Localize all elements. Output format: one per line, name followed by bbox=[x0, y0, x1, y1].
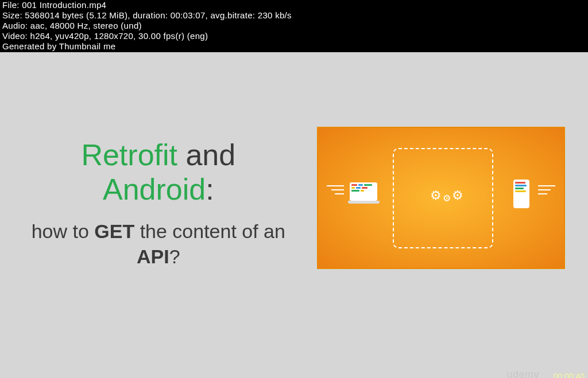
phone-icon bbox=[513, 180, 529, 208]
slide-content: Retrofit and Android: how to GET the con… bbox=[0, 133, 588, 269]
subtitle-part3: ? bbox=[169, 245, 180, 267]
metadata-audio: Audio: aac, 48000 Hz, stereo (und) bbox=[2, 21, 586, 31]
slide-title-line1: Retrofit and bbox=[23, 138, 294, 173]
metadata-size: Size: 5368014 bytes (5.12 MiB), duration… bbox=[2, 10, 586, 21]
subtitle-api: API bbox=[137, 245, 169, 267]
metadata-video: Video: h264, yuv420p, 1280x720, 30.00 fp… bbox=[2, 31, 586, 41]
subtitle-part1: how to bbox=[32, 220, 95, 242]
slide-text-block: Retrofit and Android: how to GET the con… bbox=[23, 133, 294, 269]
subtitle-get: GET bbox=[94, 220, 134, 242]
speed-lines-right-icon bbox=[538, 185, 555, 197]
laptop-icon bbox=[350, 182, 381, 205]
gears-icon: ⚙⚙⚙ bbox=[430, 188, 463, 204]
thumbnail-timestamp: 00:00:40 bbox=[554, 372, 585, 378]
title-colon: : bbox=[206, 173, 214, 206]
slide-graphic: ⚙⚙⚙ bbox=[317, 127, 565, 269]
metadata-generated: Generated by Thumbnail me bbox=[2, 41, 586, 52]
metadata-file: File: 001 Introduction.mp4 bbox=[2, 0, 586, 10]
video-metadata-panel: File: 001 Introduction.mp4 Size: 5368014… bbox=[0, 0, 588, 52]
video-thumbnail: Retrofit and Android: how to GET the con… bbox=[0, 52, 588, 378]
title-android: Android bbox=[103, 173, 206, 206]
slide-title-line2: Android: bbox=[23, 173, 294, 207]
speed-lines-left-icon bbox=[327, 185, 344, 197]
title-and: and bbox=[177, 138, 235, 172]
subtitle-part2: the content of an bbox=[134, 220, 285, 242]
slide-subtitle: how to GET the content of an API? bbox=[23, 219, 294, 269]
title-retrofit: Retrofit bbox=[81, 138, 177, 172]
udemy-watermark: udemy bbox=[506, 369, 539, 378]
